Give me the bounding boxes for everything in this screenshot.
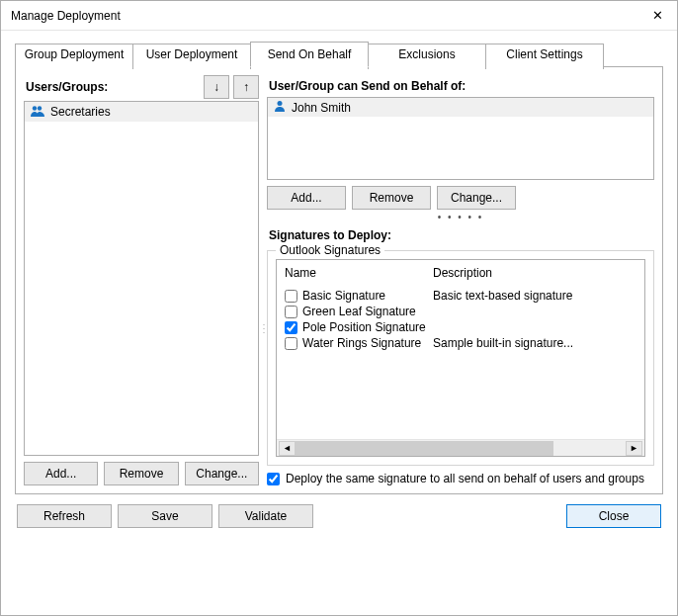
scroll-track[interactable]: [296, 441, 626, 456]
person-icon: [274, 100, 286, 115]
send-on-behalf-list[interactable]: John Smith: [267, 97, 654, 180]
tab-exclusions[interactable]: Exclusions: [368, 44, 486, 69]
list-item-label: Secretaries: [50, 105, 111, 119]
tab-body: Users/Groups: ↓ ↑ Secretaries: [15, 67, 663, 494]
send-on-behalf-label: User/Group can Send on Behalf of:: [269, 79, 654, 93]
content-area: Group Deployment User Deployment Send On…: [1, 31, 677, 538]
column-name[interactable]: Name: [285, 266, 433, 280]
signature-name: Pole Position Signature: [302, 320, 433, 334]
bottom-bar: Refresh Save Validate Close: [15, 504, 663, 528]
signature-checkbox[interactable]: [285, 290, 297, 303]
signatures-label: Signatures to Deploy:: [269, 228, 654, 242]
right-panel: ··· User/Group can Send on Behalf of: Jo…: [267, 75, 654, 485]
signatures-header: Name Description: [277, 260, 644, 288]
signature-name: Green Leaf Signature: [302, 305, 433, 318]
scroll-left-icon[interactable]: ◄: [279, 441, 296, 456]
column-description[interactable]: Description: [433, 266, 636, 280]
scroll-thumb[interactable]: [296, 441, 553, 456]
fieldset-legend: Outlook Signatures: [276, 243, 384, 257]
tab-send-on-behalf[interactable]: Send On Behalf: [250, 42, 369, 67]
tab-user-deployment[interactable]: User Deployment: [132, 44, 251, 69]
tab-client-settings[interactable]: Client Settings: [485, 44, 604, 69]
deploy-same-checkbox-row: Deploy the same signature to all send on…: [267, 472, 654, 485]
table-row[interactable]: Water Rings SignatureSample built-in sig…: [285, 335, 636, 351]
signature-desc: Basic text-based signature: [433, 289, 636, 303]
list-item-label: John Smith: [292, 101, 351, 115]
close-button[interactable]: Close: [566, 504, 661, 528]
svg-point-2: [278, 101, 283, 106]
validate-button[interactable]: Validate: [218, 504, 313, 528]
move-up-button[interactable]: ↑: [233, 75, 259, 99]
scroll-right-icon[interactable]: ►: [626, 441, 642, 456]
signature-desc: Sample built-in signature...: [433, 336, 636, 350]
remove-user-group-button[interactable]: Remove: [104, 462, 178, 485]
change-user-group-button[interactable]: Change...: [185, 462, 259, 485]
list-item[interactable]: Secretaries: [25, 102, 258, 122]
signature-checkbox[interactable]: [285, 306, 297, 318]
left-panel: Users/Groups: ↓ ↑ Secretaries: [24, 75, 259, 485]
users-groups-buttons: Add... Remove Change...: [24, 462, 259, 485]
signature-name: Water Rings Signature: [302, 336, 433, 350]
move-down-button[interactable]: ↓: [204, 75, 229, 99]
arrow-down-icon: ↓: [213, 80, 219, 94]
users-groups-label: Users/Groups:: [26, 80, 108, 94]
save-button[interactable]: Save: [118, 504, 212, 528]
close-icon[interactable]: ✕: [645, 8, 669, 23]
window-title: Manage Deployment: [11, 9, 121, 23]
tab-group-deployment[interactable]: Group Deployment: [15, 44, 133, 69]
tab-strip: Group Deployment User Deployment Send On…: [15, 41, 663, 67]
arrow-up-icon: ↑: [243, 80, 249, 94]
group-icon: [31, 104, 44, 120]
signatures-table[interactable]: Name Description Basic SignatureBasic te…: [276, 259, 645, 457]
users-groups-list[interactable]: Secretaries: [24, 101, 259, 456]
remove-sob-button[interactable]: Remove: [352, 186, 431, 210]
table-row[interactable]: Basic SignatureBasic text-based signatur…: [285, 288, 636, 304]
horizontal-splitter-icon[interactable]: • • • • •: [267, 212, 654, 222]
list-item[interactable]: John Smith: [268, 98, 653, 117]
table-row[interactable]: Green Leaf Signature: [285, 304, 636, 319]
titlebar: Manage Deployment ✕: [1, 1, 677, 31]
change-sob-button[interactable]: Change...: [437, 186, 516, 210]
table-row[interactable]: Pole Position Signature: [285, 319, 636, 335]
signature-name: Basic Signature: [302, 289, 433, 303]
add-sob-button[interactable]: Add...: [267, 186, 346, 210]
signature-checkbox[interactable]: [285, 321, 297, 334]
add-user-group-button[interactable]: Add...: [24, 462, 98, 485]
signature-checkbox[interactable]: [285, 337, 297, 350]
outlook-signatures-group: Outlook Signatures Name Description Basi…: [267, 250, 654, 466]
svg-point-0: [33, 106, 37, 110]
refresh-button[interactable]: Refresh: [17, 504, 112, 528]
signatures-body: Basic SignatureBasic text-based signatur…: [277, 288, 644, 439]
svg-point-1: [38, 106, 42, 110]
send-on-behalf-buttons: Add... Remove Change...: [267, 186, 654, 210]
horizontal-scrollbar[interactable]: ◄ ►: [277, 439, 644, 456]
deploy-same-checkbox[interactable]: [267, 473, 280, 485]
deploy-same-label[interactable]: Deploy the same signature to all send on…: [286, 472, 644, 485]
